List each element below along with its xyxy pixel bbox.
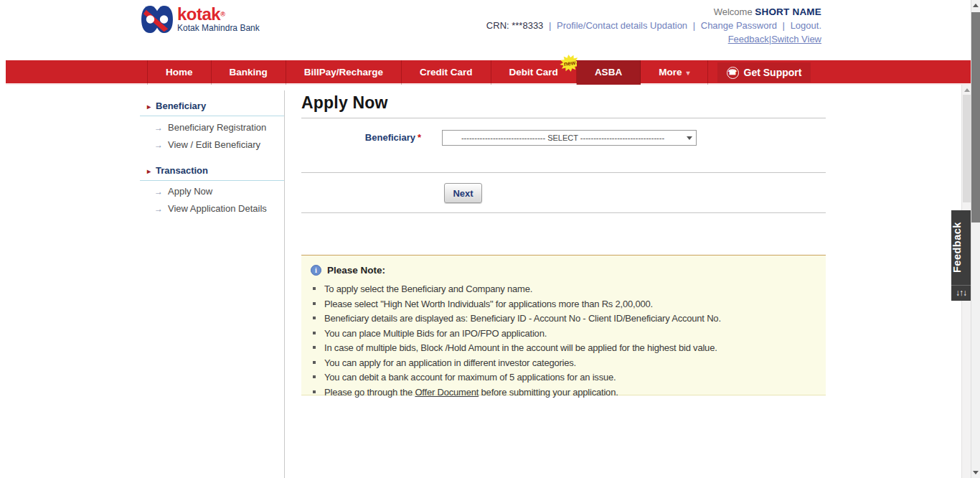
note-title: Please Note: [327, 265, 385, 276]
sidebar: ▸Beneficiary →Beneficiary Registration →… [140, 92, 284, 235]
crn-value: CRN: ***8333 [486, 20, 544, 31]
content-scrollbar-thumb[interactable] [963, 95, 971, 202]
window-scrollbar[interactable] [971, 0, 980, 478]
sidebar-item-view-application-details[interactable]: →View Application Details [154, 203, 267, 214]
nav-tab-label: Banking [230, 67, 268, 78]
sidebar-item-view-edit-beneficiary[interactable]: →View / Edit Beneficiary [154, 139, 260, 150]
scroll-down-arrow-icon[interactable] [973, 471, 979, 474]
nav-tab-label: BillPay/Recharge [304, 67, 383, 78]
square-bullet-icon [313, 390, 316, 393]
note-item-text: Please go through the [324, 387, 415, 398]
sidebar-section-title: Beneficiary [156, 100, 206, 111]
note-item-text: You can place Multiple Bids for an IPO/F… [324, 328, 547, 339]
square-bullet-icon [313, 332, 316, 334]
scroll-up-arrow-icon[interactable] [964, 88, 970, 92]
square-bullet-icon [313, 375, 316, 378]
note-item-text: Beneficiary details are displayed as: Be… [324, 313, 721, 324]
note-item: You can place Multiple Bids for an IPO/F… [311, 328, 819, 339]
nav-tab-home[interactable]: Home [147, 60, 212, 85]
switch-view-link[interactable]: Switch View [771, 34, 821, 44]
nav-items: Home Banking BillPay/Recharge Credit Car… [147, 60, 708, 85]
nav-tab-debit-card[interactable]: Debit Card new [491, 60, 577, 85]
square-bullet-icon [313, 317, 316, 319]
brand-name: kotak [177, 4, 220, 24]
registered-mark-icon: ® [220, 11, 225, 18]
note-item: You can debit a bank account for maximum… [311, 372, 819, 383]
kotak-logo[interactable]: kotak® Kotak Mahindra Bank [141, 4, 260, 34]
kotak-logo-icon [141, 4, 174, 34]
page: kotak® Kotak Mahindra Bank Welcome SHORT… [0, 0, 980, 478]
welcome-line: Welcome SHORT NAME [486, 6, 821, 17]
note-item-text: before submitting your application. [479, 387, 618, 398]
sidebar-divider [284, 90, 285, 478]
note-item-text: You can apply for an application in diff… [324, 357, 576, 368]
note-item-text: To apply select the Beneficiary and Comp… [324, 283, 532, 294]
note-item-text: In case of multiple bids, Block /Hold Am… [324, 342, 717, 353]
note-item-text: You can debit a bank account for maximum… [324, 372, 616, 383]
info-icon: i [311, 265, 321, 276]
nav-tab-banking[interactable]: Banking [212, 60, 286, 85]
header-user-area: Welcome SHORT NAME CRN: ***8333 | Profil… [486, 6, 821, 44]
square-bullet-icon [313, 287, 316, 290]
sidebar-section-transaction[interactable]: ▸Transaction [147, 165, 208, 176]
note-item: To apply select the Beneficiary and Comp… [311, 283, 819, 294]
divider [301, 172, 826, 173]
crn-line: CRN: ***8333 | Profile/Contact details U… [486, 20, 821, 31]
note-item: Please select "High Net Worth Individual… [311, 299, 819, 309]
user-name: SHORT NAME [755, 6, 821, 17]
select-dropdown-arrow-icon [683, 131, 696, 145]
beneficiary-label-text: Beneficiary [365, 132, 415, 143]
offer-document-link[interactable]: Offer Document [415, 387, 479, 398]
beneficiary-label: Beneficiary* [301, 132, 421, 143]
get-support-button[interactable]: ☎ Get Support [717, 62, 811, 83]
sidebar-item-label: View Application Details [168, 203, 267, 214]
nav-tab-asba[interactable]: ASBA [577, 60, 641, 85]
scroll-up-arrow-icon[interactable] [973, 4, 979, 7]
please-note-box: i Please Note: To apply select the Benef… [301, 255, 826, 395]
divider [301, 118, 826, 118]
chevron-down-icon: ▾ [686, 69, 689, 77]
change-password-link[interactable]: Change Password [701, 20, 777, 31]
page-title: Apply Now [301, 93, 388, 113]
brand-text: kotak® Kotak Mahindra Bank [177, 4, 260, 33]
note-item: In case of multiple bids, Block /Hold Am… [311, 342, 819, 353]
separator: | [780, 20, 788, 31]
note-item-text: Please select "High Net Worth Individual… [324, 299, 653, 309]
divider [301, 212, 826, 213]
sidebar-section-beneficiary[interactable]: ▸Beneficiary [147, 100, 206, 111]
arrow-right-icon: → [154, 187, 163, 197]
next-button[interactable]: Next [444, 183, 482, 203]
get-support-label: Get Support [744, 67, 802, 78]
sidebar-section-title: Transaction [156, 165, 208, 176]
note-item: Please go through the Offer Document bef… [311, 387, 819, 398]
profile-updation-link[interactable]: Profile/Contact details Updation [557, 20, 687, 31]
welcome-label: Welcome [714, 6, 753, 17]
nav-tab-label: Home [166, 67, 193, 78]
arrow-right-icon: → [154, 204, 163, 214]
sort-arrows-icon: ↓↑↓ [951, 285, 971, 301]
quick-links-line: Feedback|Switch View [486, 34, 821, 44]
sidebar-item-beneficiary-registration[interactable]: →Beneficiary Registration [154, 122, 266, 133]
sidebar-item-label: View / Edit Beneficiary [168, 139, 260, 150]
brand-subtitle: Kotak Mahindra Bank [177, 23, 260, 33]
feedback-side-tab[interactable]: Feedback ↓↑↓ [951, 210, 971, 301]
sidebar-item-apply-now[interactable]: →Apply Now [154, 186, 212, 197]
square-bullet-icon [313, 361, 316, 364]
phone-icon: ☎ [727, 67, 739, 79]
triangle-bullet-icon: ▸ [147, 103, 151, 111]
window-scrollbar-thumb[interactable] [971, 12, 980, 222]
separator: | [690, 20, 698, 31]
nav-tab-credit-card[interactable]: Credit Card [402, 60, 491, 85]
logout-link[interactable]: Logout. [791, 20, 821, 31]
beneficiary-select[interactable]: -------------------------------- SELECT … [442, 130, 697, 146]
divider [140, 180, 284, 181]
note-item: You can apply for an application in diff… [311, 357, 819, 368]
nav-tab-billpay-recharge[interactable]: BillPay/Recharge [286, 60, 402, 85]
main-content: Apply Now Beneficiary* -----------------… [301, 92, 826, 478]
feedback-link[interactable]: Feedback [728, 34, 769, 44]
note-header: i Please Note: [311, 265, 819, 276]
arrow-right-icon: → [154, 123, 163, 133]
nav-tab-more[interactable]: More▾ [641, 60, 708, 85]
nav-tab-label: ASBA [595, 67, 622, 78]
nav-tab-label: More [659, 67, 682, 78]
